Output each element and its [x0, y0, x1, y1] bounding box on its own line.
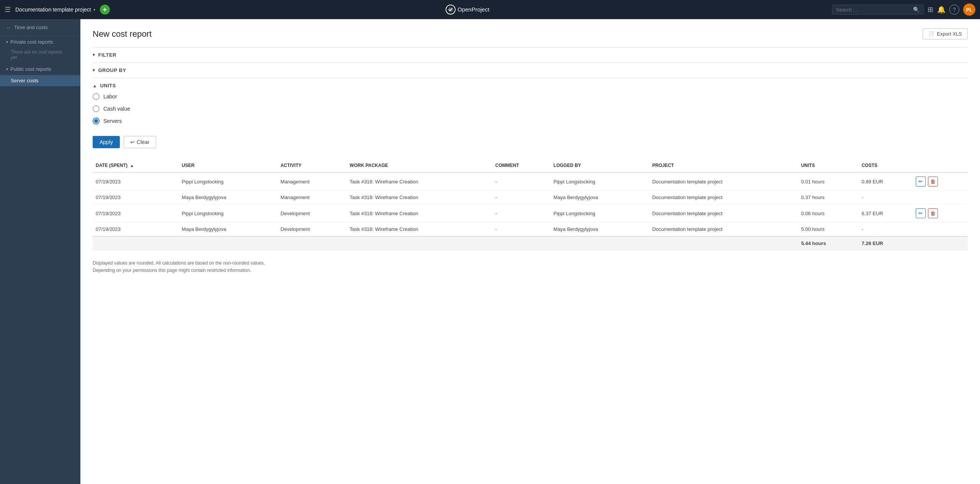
delete-button[interactable]: 🗑	[928, 208, 938, 218]
edit-button[interactable]: ✏	[916, 208, 926, 218]
group-by-header[interactable]: ▾ GROUP BY	[93, 67, 968, 73]
project-selector[interactable]: Documentation template project ▾	[15, 7, 95, 13]
clear-button[interactable]: ↩ Clear	[124, 136, 156, 148]
delete-button[interactable]: 🗑	[928, 177, 938, 186]
cell-work-package[interactable]: Task #318: Wireframe Creation	[346, 222, 492, 237]
cell-logged-by[interactable]: Pippi Longstocking	[550, 204, 649, 222]
units-chevron-icon: ▲	[93, 83, 97, 88]
cell-date: 07/19/2023	[93, 222, 179, 237]
export-xls-button[interactable]: 📄 Export XLS	[923, 28, 968, 39]
private-chevron-icon: ▾	[6, 40, 8, 44]
col-project: PROJECT	[649, 159, 798, 172]
cell-costs: -	[859, 222, 913, 237]
clear-label: Clear	[137, 139, 149, 145]
sidebar-private-group[interactable]: ▾ Private cost reports	[0, 36, 80, 48]
col-activity: ACTIVITY	[278, 159, 347, 172]
cell-project[interactable]: Documentation template project	[649, 222, 798, 237]
filter-label: FILTER	[98, 52, 117, 58]
cell-units: 5.00 hours	[798, 222, 859, 237]
cell-units: 0.01 hours	[798, 172, 859, 191]
private-group-label: Private cost reports	[10, 39, 53, 45]
sidebar-public-group[interactable]: ▾ Public cost reports	[0, 63, 80, 75]
cell-actions	[913, 222, 968, 237]
search-input[interactable]	[836, 7, 911, 13]
cell-logged-by[interactable]: Maya Berdygylyjova	[550, 222, 649, 237]
back-icon: ←	[6, 25, 11, 30]
cell-activity: Development	[278, 204, 347, 222]
col-units: UNITS	[798, 159, 859, 172]
main-content: New cost report 📄 Export XLS ▾ FILTER ▾ …	[80, 19, 980, 484]
units-label: UNITS	[100, 83, 116, 88]
totals-row: 5.44 hours 7.26 EUR	[93, 236, 968, 250]
apply-button[interactable]: Apply	[93, 136, 120, 148]
radio-option-cash-value[interactable]: Cash value	[93, 105, 968, 112]
filter-header[interactable]: ▾ FILTER	[93, 52, 968, 58]
report-table: DATE (SPENT) ▲ USER ACTIVITY WORK PACKAG…	[93, 159, 968, 250]
action-buttons: Apply ↩ Clear	[93, 131, 968, 156]
cell-logged-by[interactable]: Pippi Longstocking	[550, 172, 649, 191]
add-button[interactable]: +	[100, 5, 110, 15]
page-title: New cost report	[93, 29, 152, 39]
totals-actions	[913, 236, 968, 250]
cell-comment: -	[492, 191, 550, 204]
cell-actions: ✏ 🗑	[913, 172, 968, 191]
cell-user[interactable]: Maya Berdygylyjova	[179, 222, 278, 237]
avatar[interactable]: PL	[963, 3, 975, 16]
footer-note-line2: Depending on your permissions this page …	[93, 267, 968, 274]
cell-user[interactable]: Maya Berdygylyjova	[179, 191, 278, 204]
units-header[interactable]: ▲ UNITS	[93, 83, 968, 88]
cell-actions: ✏ 🗑	[913, 204, 968, 222]
radio-labor-circle	[93, 93, 100, 100]
sidebar-item-server-costs[interactable]: Server costs	[0, 75, 80, 86]
cell-user[interactable]: Pippi Longstocking	[179, 204, 278, 222]
radio-option-labor[interactable]: Labor	[93, 93, 968, 100]
help-icon[interactable]: ?	[949, 5, 959, 15]
topbar: ☰ Documentation template project ▾ + Ope…	[0, 0, 980, 19]
group-by-label: GROUP BY	[98, 67, 126, 73]
table-row: 07/19/2023Maya BerdygylyjovaManagementTa…	[93, 191, 968, 204]
units-options-list: Labor Cash value Servers	[93, 88, 968, 126]
public-chevron-icon: ▾	[6, 67, 8, 71]
cell-work-package[interactable]: Task #318: Wireframe Creation	[346, 204, 492, 222]
radio-cash-label: Cash value	[103, 106, 130, 112]
edit-button[interactable]: ✏	[916, 177, 926, 186]
cell-date: 07/19/2023	[93, 191, 179, 204]
hamburger-icon[interactable]: ☰	[5, 5, 11, 14]
svg-text:OpenProject: OpenProject	[457, 6, 490, 13]
cell-logged-by[interactable]: Maya Berdygylyjova	[550, 191, 649, 204]
cell-activity: Management	[278, 191, 347, 204]
table-row: 07/19/2023Pippi LongstockingDevelopmentT…	[93, 204, 968, 222]
cell-project[interactable]: Documentation template project	[649, 204, 798, 222]
cell-date: 07/19/2023	[93, 204, 179, 222]
cell-project[interactable]: Documentation template project	[649, 172, 798, 191]
cell-units: 0.37 hours	[798, 191, 859, 204]
grid-icon[interactable]: ⊞	[928, 5, 933, 14]
project-chevron-icon: ▾	[93, 8, 95, 12]
cell-actions	[913, 191, 968, 204]
table-body: 07/19/2023Pippi LongstockingManagementTa…	[93, 172, 968, 236]
bell-icon[interactable]: 🔔	[937, 5, 946, 14]
cell-units: 0.06 hours	[798, 204, 859, 222]
totals-costs: 7.26 EUR	[859, 236, 913, 250]
search-container: 🔍	[832, 5, 924, 15]
cell-user[interactable]: Pippi Longstocking	[179, 172, 278, 191]
radio-option-servers[interactable]: Servers	[93, 118, 968, 124]
sidebar-back-button[interactable]: ← Time and costs	[0, 19, 80, 36]
cell-project[interactable]: Documentation template project	[649, 191, 798, 204]
col-actions	[913, 159, 968, 172]
units-section: ▲ UNITS Labor Cash value Servers	[93, 78, 968, 131]
cell-activity: Management	[278, 172, 347, 191]
col-logged-by: LOGGED BY	[550, 159, 649, 172]
totals-units: 5.44 hours	[798, 236, 859, 250]
col-date[interactable]: DATE (SPENT) ▲	[93, 159, 179, 172]
cell-work-package[interactable]: Task #318: Wireframe Creation	[346, 172, 492, 191]
sidebar-section-title: Time and costs	[14, 25, 48, 30]
cell-costs: 6.37 EUR	[859, 204, 913, 222]
table-footer: 5.44 hours 7.26 EUR	[93, 236, 968, 250]
sidebar: ← Time and costs ▾ Private cost reports …	[0, 19, 80, 484]
cell-costs: -	[859, 191, 913, 204]
topbar-right: 🔍 ⊞ 🔔 ? PL	[832, 3, 975, 16]
page-header: New cost report 📄 Export XLS	[93, 28, 968, 39]
cell-work-package[interactable]: Task #318: Wireframe Creation	[346, 191, 492, 204]
app-logo: OpenProject	[114, 4, 827, 15]
